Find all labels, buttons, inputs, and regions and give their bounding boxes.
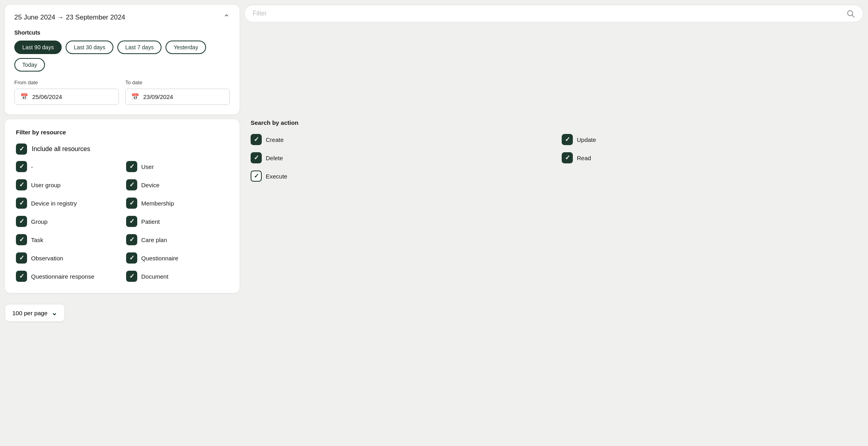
search-icon-button[interactable] xyxy=(846,9,855,18)
search-by-action-title: Search by action xyxy=(251,119,857,126)
chevron-down-icon: ⌄ xyxy=(51,308,57,317)
action-panel: Search by action ✓ Create ✓ Delete ✓ Exe… xyxy=(244,119,863,182)
action-update-label: Update xyxy=(577,136,596,143)
action-execute-label: Execute xyxy=(266,173,287,180)
resource-dash-label: - xyxy=(31,163,33,170)
resource-user-checkbox[interactable]: ✓ xyxy=(126,161,137,172)
date-range-title: 25 June 2024 → 23 September 2024 xyxy=(14,14,125,21)
action-create-checkbox[interactable]: ✓ xyxy=(251,134,262,145)
filter-by-resource-title: Filter by resource xyxy=(16,129,228,136)
shortcuts-label: Shortcuts xyxy=(14,29,230,36)
resource-membership-label: Membership xyxy=(141,200,174,207)
action-create-label: Create xyxy=(266,136,284,143)
per-page-label: 100 per page xyxy=(12,310,47,316)
shortcut-last90-button[interactable]: Last 90 days xyxy=(14,41,62,54)
resource-observation-checkbox[interactable]: ✓ xyxy=(16,252,27,264)
resource-item-questionnaire-response: ✓ Questionnaire response xyxy=(16,271,118,282)
date-fields-row: From date 📅 25/06/2024 To date 📅 23/09/2… xyxy=(14,80,230,105)
from-date-input[interactable]: 📅 25/06/2024 xyxy=(14,89,119,105)
include-all-label: Include all resources xyxy=(32,145,90,153)
action-item-update: ✓ Update xyxy=(562,134,857,145)
resource-user-label: User xyxy=(141,163,154,170)
resource-user-group-checkbox[interactable]: ✓ xyxy=(16,179,27,190)
resource-document-label: Document xyxy=(141,273,168,280)
to-date-group: To date 📅 23/09/2024 xyxy=(125,80,230,105)
resource-care-plan-label: Care plan xyxy=(141,237,167,243)
resource-patient-label: Patient xyxy=(141,218,160,225)
calendar-icon: 📅 xyxy=(131,93,139,101)
resource-item-dash: ✓ - xyxy=(16,161,118,172)
resource-item-task: ✓ Task xyxy=(16,234,118,245)
action-item-create: ✓ Create xyxy=(251,134,546,145)
action-delete-checkbox[interactable]: ✓ xyxy=(251,152,262,163)
shortcut-yesterday-button[interactable]: Yesterday xyxy=(165,41,206,54)
action-delete-label: Delete xyxy=(266,155,283,161)
action-item-execute: ✓ Execute xyxy=(251,171,546,182)
resource-item-patient: ✓ Patient xyxy=(126,216,228,227)
action-update-checkbox[interactable]: ✓ xyxy=(562,134,573,145)
resource-item-document: ✓ Document xyxy=(126,271,228,282)
shortcut-today-button[interactable]: Today xyxy=(14,58,45,72)
resource-device-in-registry-checkbox[interactable]: ✓ xyxy=(16,198,27,209)
resource-item-device: ✓ Device xyxy=(126,179,228,190)
resource-group-checkbox[interactable]: ✓ xyxy=(16,216,27,227)
resource-item-membership: ✓ Membership xyxy=(126,198,228,209)
resource-item-user-group: ✓ User group xyxy=(16,179,118,190)
filter-panel xyxy=(244,5,863,22)
resource-item-user: ✓ User xyxy=(126,161,228,172)
resource-device-checkbox[interactable]: ✓ xyxy=(126,179,137,190)
action-read-checkbox[interactable]: ✓ xyxy=(562,152,573,163)
svg-line-1 xyxy=(852,15,854,17)
to-date-label: To date xyxy=(125,80,230,85)
to-date-input[interactable]: 📅 23/09/2024 xyxy=(125,89,230,105)
resource-task-label: Task xyxy=(31,237,43,243)
resource-document-checkbox[interactable]: ✓ xyxy=(126,271,137,282)
resource-item-questionnaire: ✓ Questionnaire xyxy=(126,252,228,264)
action-item-read: ✓ Read xyxy=(562,152,857,163)
resource-group-label: Group xyxy=(31,218,48,225)
shortcut-last30-button[interactable]: Last 30 days xyxy=(66,41,113,54)
to-date-value: 23/09/2024 xyxy=(143,93,173,100)
date-panel: 25 June 2024 → 23 September 2024 ⌃ Short… xyxy=(5,5,239,114)
include-all-checkbox[interactable]: ✓ xyxy=(16,143,27,155)
shortcuts-row: Last 90 days Last 30 days Last 7 days Ye… xyxy=(14,41,230,72)
resource-panel: Filter by resource ✓ Include all resourc… xyxy=(5,119,239,293)
collapse-chevron-icon[interactable]: ⌃ xyxy=(223,13,230,22)
resource-questionnaire-response-label: Questionnaire response xyxy=(31,273,94,280)
resource-questionnaire-label: Questionnaire xyxy=(141,255,178,262)
per-page-selector[interactable]: 100 per page ⌄ xyxy=(5,304,65,322)
from-date-label: From date xyxy=(14,80,119,85)
actions-col1: ✓ Create ✓ Delete ✓ Execute xyxy=(251,134,546,182)
resource-col1: ✓ - ✓ User group ✓ Device in registry ✓ … xyxy=(16,161,118,282)
calendar-icon: 📅 xyxy=(20,93,28,101)
resource-patient-checkbox[interactable]: ✓ xyxy=(126,216,137,227)
resource-item-device-in-registry: ✓ Device in registry xyxy=(16,198,118,209)
include-all-row: ✓ Include all resources xyxy=(16,143,228,155)
resource-care-plan-checkbox[interactable]: ✓ xyxy=(126,234,137,245)
action-read-label: Read xyxy=(577,155,591,161)
resource-membership-checkbox[interactable]: ✓ xyxy=(126,198,137,209)
shortcut-last7-button[interactable]: Last 7 days xyxy=(117,41,162,54)
resource-item-observation: ✓ Observation xyxy=(16,252,118,264)
resource-observation-label: Observation xyxy=(31,255,63,262)
resource-user-group-label: User group xyxy=(31,182,60,188)
filter-search-input[interactable] xyxy=(253,10,846,17)
filter-search-box xyxy=(244,5,863,22)
resource-questionnaire-checkbox[interactable]: ✓ xyxy=(126,252,137,264)
resource-item-care-plan: ✓ Care plan xyxy=(126,234,228,245)
resource-col2: ✓ User ✓ Device ✓ Membership ✓ Patient xyxy=(126,161,228,282)
search-icon xyxy=(846,9,855,18)
action-execute-checkbox[interactable]: ✓ xyxy=(251,171,262,182)
resource-dash-checkbox[interactable]: ✓ xyxy=(16,161,27,172)
actions-grid: ✓ Create ✓ Delete ✓ Execute ✓ Update xyxy=(251,134,857,182)
resource-device-in-registry-label: Device in registry xyxy=(31,200,77,207)
resources-grid: ✓ - ✓ User group ✓ Device in registry ✓ … xyxy=(16,161,228,282)
resource-item-group: ✓ Group xyxy=(16,216,118,227)
from-date-value: 25/06/2024 xyxy=(32,93,62,100)
actions-col2: ✓ Update ✓ Read xyxy=(562,134,857,182)
action-item-delete: ✓ Delete xyxy=(251,152,546,163)
from-date-group: From date 📅 25/06/2024 xyxy=(14,80,119,105)
resource-questionnaire-response-checkbox[interactable]: ✓ xyxy=(16,271,27,282)
resource-device-label: Device xyxy=(141,182,160,188)
resource-task-checkbox[interactable]: ✓ xyxy=(16,234,27,245)
